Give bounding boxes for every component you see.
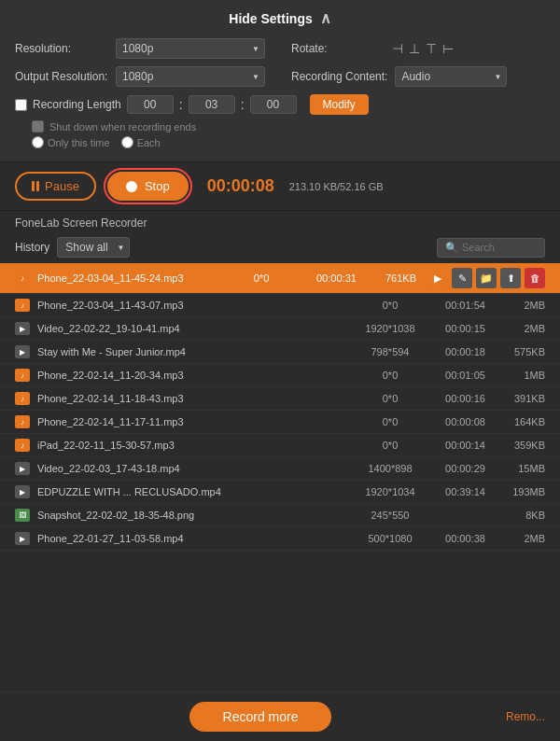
file-row[interactable]: ♪ iPad_22-02-11_15-30-57.mp3 0*0 00:00:1… <box>0 434 560 457</box>
file-thumb: ♪ <box>15 299 30 312</box>
pause-bar-left <box>32 181 35 191</box>
rotate-up-icon[interactable]: ⊤ <box>426 41 437 56</box>
search-icon: 🔍 <box>445 242 458 254</box>
file-type-icon: ▶ <box>20 488 25 496</box>
file-resolution: 0*0 <box>353 370 427 381</box>
file-size: 1MB <box>503 370 545 381</box>
file-type-icon: ▶ <box>20 465 25 473</box>
file-size: 575KB <box>503 346 545 357</box>
file-row[interactable]: ♪ Phone_22-02-14_11-17-11.mp3 0*0 00:00:… <box>0 411 560 434</box>
file-resolution: 1920*1038 <box>353 323 427 334</box>
shutdown-label: Shut down when recording ends <box>49 121 196 133</box>
history-filter-select[interactable]: Show all <box>57 237 130 258</box>
file-size: 391KB <box>503 393 545 404</box>
each-time-radio[interactable] <box>121 136 133 148</box>
output-resolution-select-wrapper: 1080p <box>116 66 265 87</box>
file-duration: 00:01:54 <box>435 300 496 311</box>
edit-button[interactable]: ✎ <box>452 268 472 288</box>
file-resolution: 0*0 <box>353 393 427 404</box>
only-this-time-radio[interactable] <box>32 136 44 148</box>
file-resolution: 0*0 <box>353 440 427 451</box>
shutdown-checkbox[interactable] <box>32 120 44 133</box>
time-sep-1: : <box>179 97 183 112</box>
rotate-down-icon[interactable]: ⊥ <box>409 41 420 56</box>
file-row[interactable]: ▶ EDPUZZLE WITH ... RECLUSADO.mp4 1920*1… <box>0 481 560 504</box>
output-resolution-select[interactable]: 1080p <box>116 66 265 87</box>
file-type-icon: ▶ <box>20 348 25 357</box>
time-seconds-input[interactable] <box>250 95 297 114</box>
chevron-up-icon: ∧ <box>320 9 331 27</box>
file-name: Phone_22-03-04_11-45-24.mp3 <box>37 273 217 284</box>
file-type-icon: ♪ <box>21 274 24 283</box>
file-row[interactable]: ▶ Video_22-02-22_19-10-41.mp4 1920*1038 … <box>0 317 560 341</box>
file-duration: 00:00:18 <box>435 346 496 357</box>
file-name: Phone_22-02-14_11-20-34.mp3 <box>37 370 345 381</box>
file-type-icon: 🖼 <box>19 511 26 520</box>
file-duration: 00:01:05 <box>435 370 496 381</box>
file-thumb: ♪ <box>15 415 30 428</box>
search-box[interactable]: 🔍 <box>437 238 545 258</box>
timer-display: 00:00:08 <box>207 176 274 196</box>
recording-content-select-wrapper: Audio <box>395 66 507 87</box>
remove-link[interactable]: Remo... <box>506 710 545 723</box>
file-type-icon: ▶ <box>20 535 25 543</box>
only-this-time-label[interactable]: Only this time <box>32 136 110 148</box>
file-size: 2MB <box>503 323 545 334</box>
file-name: EDPUZZLE WITH ... RECLUSADO.mp4 <box>37 486 345 497</box>
history-panel: FoneLab Screen Recorder History Show all… <box>0 211 560 551</box>
file-name: Phone_22-02-14_11-17-11.mp3 <box>37 416 345 427</box>
rotate-left-icon[interactable]: ⊣ <box>392 41 403 56</box>
file-size: 359KB <box>503 440 545 451</box>
file-type-icon: ♪ <box>21 371 24 380</box>
play-button[interactable]: ▶ <box>427 268 448 288</box>
file-thumb: ▶ <box>15 485 30 498</box>
recording-length-label: Recording Length <box>33 98 121 111</box>
file-thumb: ♪ <box>15 392 30 405</box>
file-row[interactable]: ▶ Stay with Me - Super Junior.mp4 798*59… <box>0 341 560 364</box>
modify-button[interactable]: Modify <box>310 94 369 115</box>
output-resolution-row: Output Resolution: 1080p Recording Conte… <box>15 66 545 87</box>
file-row[interactable]: ♪ Phone_22-02-14_11-20-34.mp3 0*0 00:01:… <box>0 364 560 387</box>
file-resolution: 0*0 <box>353 416 427 427</box>
pause-button[interactable]: Pause <box>15 172 96 201</box>
each-time-label[interactable]: Each <box>121 136 161 148</box>
time-hours-input[interactable] <box>127 95 174 114</box>
file-type-icon: ▶ <box>20 325 25 333</box>
pause-icon <box>32 181 39 191</box>
time-minutes-input[interactable] <box>189 95 235 114</box>
rotate-right-icon[interactable]: ⊢ <box>442 41 454 56</box>
file-row[interactable]: ♪ Phone_22-03-04_11-43-07.mp3 0*0 00:01:… <box>0 294 560 317</box>
recording-content-select[interactable]: Audio <box>395 66 507 87</box>
recording-length-checkbox[interactable] <box>15 99 27 111</box>
file-row[interactable]: 🖼 Snapshot_22-02-02_18-35-48.png 245*550… <box>0 504 560 527</box>
file-size: 2MB <box>503 300 545 311</box>
share-button[interactable]: ⬆ <box>500 268 521 288</box>
file-row[interactable]: ♪ Phone_22-02-14_11-18-43.mp3 0*0 00:00:… <box>0 387 560 411</box>
search-input[interactable] <box>462 242 537 253</box>
rotate-label: Rotate: <box>291 42 385 55</box>
file-name: Video_22-02-22_19-10-41.mp4 <box>37 323 345 334</box>
file-duration: 00:00:31 <box>306 273 367 284</box>
record-more-button[interactable]: Record more <box>189 702 332 732</box>
radio-row: Only this time Each <box>32 136 545 148</box>
file-size: 15MB <box>503 463 545 474</box>
file-type-icon: ♪ <box>21 301 24 310</box>
file-resolution: 1920*1034 <box>353 486 427 497</box>
recording-length-row: Recording Length : : Modify <box>15 94 545 115</box>
history-label: History <box>15 241 49 254</box>
file-thumb: ▶ <box>15 532 30 545</box>
folder-button[interactable]: 📁 <box>476 268 497 288</box>
resolution-select[interactable]: 1080p <box>116 38 265 59</box>
file-row[interactable]: ▶ Phone_22-01-27_11-03-58.mp4 500*1080 0… <box>0 527 560 551</box>
settings-header[interactable]: Hide Settings ∧ <box>15 9 545 27</box>
file-name: Phone_22-03-04_11-43-07.mp3 <box>37 300 345 311</box>
file-actions: ▶ ✎ 📁 ⬆ 🗑 <box>427 268 545 288</box>
history-select-wrapper: Show all <box>57 237 130 258</box>
stop-button[interactable]: Stop <box>107 172 189 201</box>
delete-button[interactable]: 🗑 <box>525 268 545 288</box>
file-duration: 00:00:08 <box>435 416 496 427</box>
file-duration: 00:00:15 <box>435 323 496 334</box>
file-row[interactable]: ♪ Phone_22-03-04_11-45-24.mp3 0*0 00:00:… <box>0 263 560 294</box>
controls-bar: Pause Stop 00:00:08 213.10 KB/52.16 GB <box>0 161 560 211</box>
file-row[interactable]: ▶ Video_22-02-03_17-43-18.mp4 1400*898 0… <box>0 457 560 481</box>
